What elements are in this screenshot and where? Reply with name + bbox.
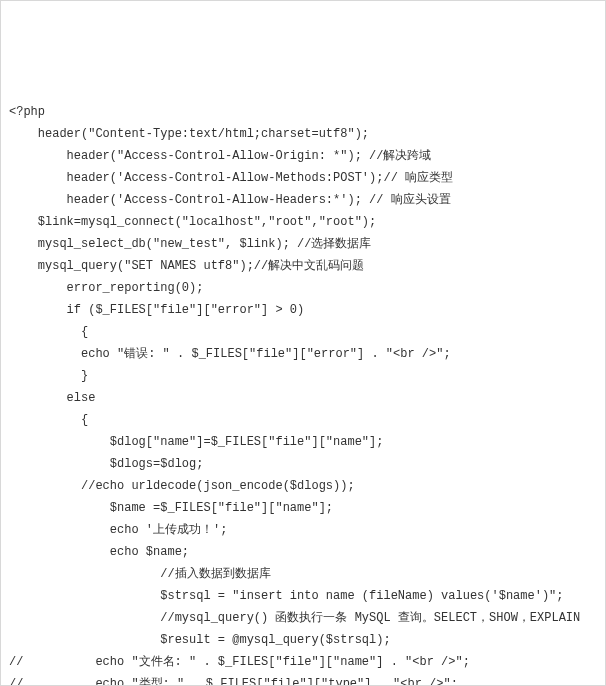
code-line: } bbox=[9, 365, 597, 387]
code-line: header('Access-Control-Allow-Headers:*')… bbox=[9, 189, 597, 211]
code-line: echo "错误: " . $_FILES["file"]["error"] .… bbox=[9, 343, 597, 365]
code-line: $name =$_FILES["file"]["name"]; bbox=[9, 497, 597, 519]
code-line: else bbox=[9, 387, 597, 409]
code-line: header("Content-Type:text/html;charset=u… bbox=[9, 123, 597, 145]
code-line: echo $name; bbox=[9, 541, 597, 563]
code-line: $dlogs=$dlog; bbox=[9, 453, 597, 475]
code-line: // echo "文件名: " . $_FILES["file"]["name"… bbox=[9, 651, 597, 673]
code-line: $dlog["name"]=$_FILES["file"]["name"]; bbox=[9, 431, 597, 453]
code-line: // echo "类型: " . $_FILES["file"]["type"]… bbox=[9, 673, 597, 686]
code-line: header("Access-Control-Allow-Origin: *")… bbox=[9, 145, 597, 167]
code-line: header('Access-Control-Allow-Methods:POS… bbox=[9, 167, 597, 189]
code-line: echo '上传成功！'; bbox=[9, 519, 597, 541]
code-line: //echo urldecode(json_encode($dlogs)); bbox=[9, 475, 597, 497]
code-line: { bbox=[9, 409, 597, 431]
code-block: <?php header("Content-Type:text/html;cha… bbox=[9, 101, 597, 686]
code-line: <?php bbox=[9, 101, 597, 123]
code-line: { bbox=[9, 321, 597, 343]
code-line: $strsql = "insert into name (fileName) v… bbox=[9, 585, 597, 607]
code-line: //mysql_query() 函数执行一条 MySQL 查询。SELECT，S… bbox=[9, 607, 597, 629]
code-line: $result = @mysql_query($strsql); bbox=[9, 629, 597, 651]
code-line: $link=mysql_connect("localhost","root","… bbox=[9, 211, 597, 233]
code-line: if ($_FILES["file"]["error"] > 0) bbox=[9, 299, 597, 321]
code-line: error_reporting(0); bbox=[9, 277, 597, 299]
code-line: mysql_select_db("new_test", $link); //选择… bbox=[9, 233, 597, 255]
code-line: //插入数据到数据库 bbox=[9, 563, 597, 585]
code-line: mysql_query("SET NAMES utf8");//解决中文乱码问题 bbox=[9, 255, 597, 277]
